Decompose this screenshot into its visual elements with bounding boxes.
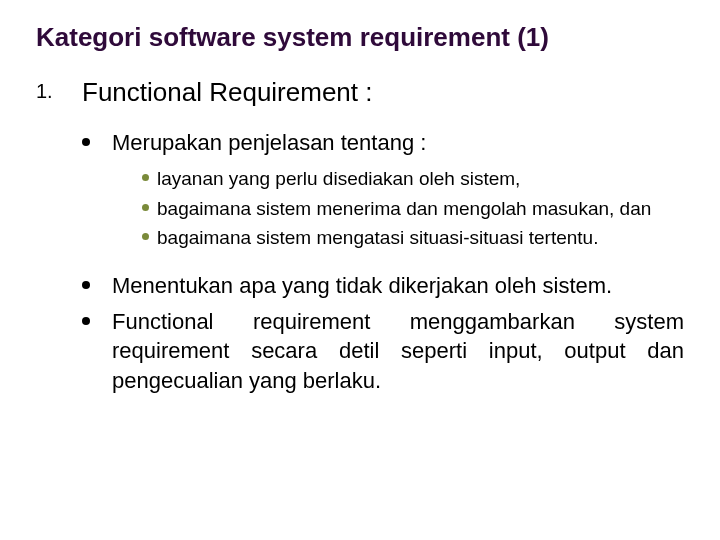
list-item: Menentukan apa yang tidak dikerjakan ole… (82, 271, 684, 301)
sub-list-item-text: bagaimana sistem mengatasi situasi-situa… (157, 225, 598, 251)
slide-title: Kategori software system requirement (1) (36, 22, 684, 53)
bullet-icon (82, 317, 90, 325)
sub-list-item-text: layanan yang perlu disediakan oleh siste… (157, 166, 520, 192)
sub-list-item: layanan yang perlu disediakan oleh siste… (142, 166, 684, 192)
list-item-text: Menentukan apa yang tidak dikerjakan ole… (112, 271, 684, 301)
bullet-icon (142, 174, 149, 181)
list-number: 1. (36, 77, 82, 103)
content-area: Merupakan penjelasan tentang : layanan y… (82, 128, 684, 395)
list-item: Functional requirement menggambarkan sys… (82, 307, 684, 396)
heading-row: 1. Functional Requirement : (36, 77, 684, 108)
list-item-text: Merupakan penjelasan tentang : (112, 128, 684, 158)
slide: Kategori software system requirement (1)… (0, 0, 720, 540)
bullet-icon (82, 138, 90, 146)
list-item-text: Functional requirement menggambarkan sys… (112, 307, 684, 396)
sub-list-item: bagaimana sistem menerima dan mengolah m… (142, 196, 684, 222)
bullet-icon (82, 281, 90, 289)
sub-list-item-text: bagaimana sistem menerima dan mengolah m… (157, 196, 651, 222)
sub-list-item: bagaimana sistem mengatasi situasi-situa… (142, 225, 684, 251)
list-item: Merupakan penjelasan tentang : layanan y… (82, 128, 684, 251)
bullet-icon (142, 233, 149, 240)
sub-list: layanan yang perlu disediakan oleh siste… (142, 166, 684, 251)
bullet-icon (142, 204, 149, 211)
section-heading: Functional Requirement : (82, 77, 372, 108)
